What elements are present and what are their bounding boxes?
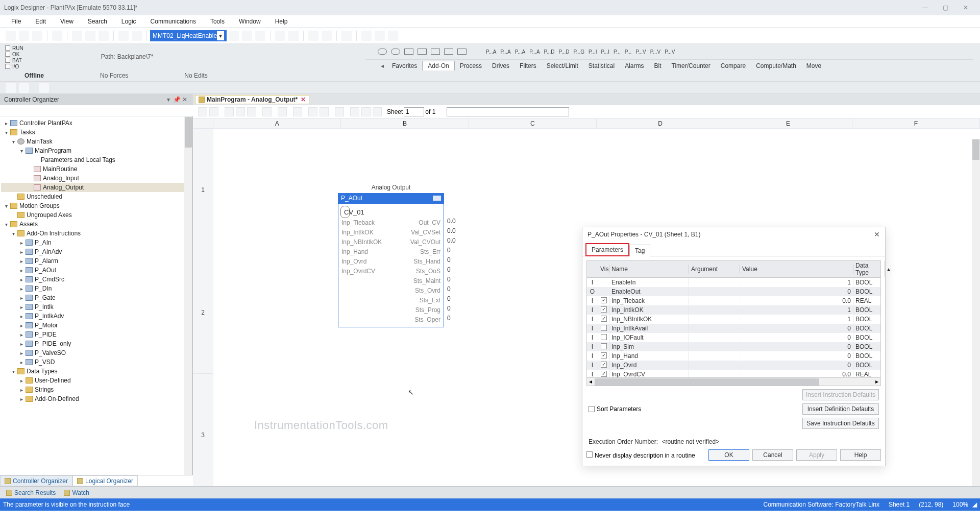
grid-scroll-h[interactable]: ◂▸ xyxy=(586,378,881,386)
tool9-icon[interactable] xyxy=(375,31,385,41)
save-icon[interactable] xyxy=(32,31,42,41)
zoom-out-icon[interactable] xyxy=(209,107,218,116)
tree-scrollbar[interactable] xyxy=(184,116,192,475)
dlg-btn[interactable]: Save Instruction Defaults xyxy=(802,418,879,429)
editor-scrollbar[interactable] xyxy=(972,139,980,486)
tree-twisty[interactable]: ▸ xyxy=(3,121,9,126)
tree-twisty[interactable]: ▸ xyxy=(18,323,24,328)
palette-tab-selectlimit[interactable]: Select/Limit xyxy=(542,61,583,70)
forces-status[interactable]: No Forces xyxy=(80,72,128,79)
tree-twisty[interactable]: ▸ xyxy=(18,286,24,292)
tree-item[interactable]: ▾Data Types xyxy=(1,367,191,376)
tree-twisty[interactable]: ▾ xyxy=(3,203,9,209)
vis-checkbox[interactable] xyxy=(601,297,607,303)
palette-tab-move[interactable]: Move xyxy=(801,61,826,70)
tree-item[interactable]: ▸User-Defined xyxy=(1,376,191,385)
vis-checkbox[interactable] xyxy=(601,352,607,358)
row-2-header[interactable]: 2 xyxy=(193,251,213,374)
param-arg[interactable] xyxy=(689,309,740,310)
never-display-checkbox[interactable]: Never display description in a routine xyxy=(586,451,695,459)
et11-icon[interactable] xyxy=(361,107,371,116)
param-row[interactable]: IInp_Ovrd0BOOL xyxy=(587,361,880,370)
palette-tab-computemath[interactable]: Compute/Math xyxy=(751,61,801,70)
tree-twisty[interactable]: ▸ xyxy=(18,378,24,384)
copy-icon[interactable] xyxy=(85,31,95,41)
zoom-in-icon[interactable] xyxy=(198,107,207,116)
tree-item[interactable]: ▸P_Alarm xyxy=(1,256,191,266)
param-row[interactable]: IInp_IntlkAvail0BOOL xyxy=(587,324,880,333)
inst-item[interactable]: P...A xyxy=(486,49,496,55)
menu-help[interactable]: Help xyxy=(268,17,295,26)
inst-item[interactable]: P...V xyxy=(665,49,675,55)
close-button[interactable]: ✕ xyxy=(955,4,976,11)
param-val[interactable]: 0 xyxy=(740,361,853,369)
vis-checkbox[interactable] xyxy=(601,343,607,349)
et9-icon[interactable] xyxy=(335,107,344,116)
tree-item[interactable]: ▾MainTask xyxy=(1,137,191,146)
inst-shape-icon[interactable] xyxy=(404,49,413,55)
palette-tab-timercounter[interactable]: Timer/Counter xyxy=(667,61,716,70)
palette-tab-addon[interactable]: Add-On xyxy=(422,61,454,70)
tree-item[interactable]: ▾Tasks xyxy=(1,128,191,137)
param-arg[interactable] xyxy=(689,337,740,338)
tree-twisty[interactable]: ▸ xyxy=(18,332,24,338)
inst-item[interactable]: P...I xyxy=(601,49,609,55)
function-block[interactable]: Analog Output P_AOut CV_01 Inp_TiebackOu… xyxy=(338,184,444,327)
tool6-icon[interactable] xyxy=(322,31,332,41)
col-header[interactable]: A xyxy=(213,118,341,129)
tree-item[interactable]: Parameters and Local Tags xyxy=(1,155,191,164)
inst-shape-icon[interactable] xyxy=(431,49,440,55)
param-val[interactable]: 0 xyxy=(740,288,853,296)
bottom-tab[interactable]: Watch xyxy=(60,488,93,497)
tool5-icon[interactable] xyxy=(308,31,318,41)
status-resize-icon[interactable]: ◢ xyxy=(972,501,977,508)
param-arg[interactable] xyxy=(689,346,740,347)
edits-status[interactable]: No Edits xyxy=(164,72,207,79)
minimize-button[interactable]: — xyxy=(915,4,935,11)
param-val[interactable]: 1 xyxy=(740,278,853,286)
param-val[interactable]: 1 xyxy=(740,315,853,323)
sort-checkbox[interactable]: Sort Parameters xyxy=(589,389,641,429)
sb-icon3[interactable] xyxy=(39,83,49,93)
organizer-close[interactable]: ✕ xyxy=(181,96,189,103)
inst-shape-icon[interactable] xyxy=(444,49,453,55)
tree-item[interactable]: ▸P_IntlkAdv xyxy=(1,312,191,321)
palette-scroll-left[interactable]: ◂ xyxy=(381,62,384,69)
param-arg[interactable] xyxy=(689,365,740,366)
controller-mode[interactable]: Offline xyxy=(4,72,44,79)
et2-icon[interactable] xyxy=(236,107,245,116)
et8-icon[interactable] xyxy=(320,107,329,116)
et4-icon[interactable] xyxy=(262,107,272,116)
tool10-icon[interactable] xyxy=(388,31,398,41)
col-arg[interactable]: Argument xyxy=(689,265,740,274)
param-val[interactable]: 0.0 xyxy=(740,370,853,378)
tree-twisty[interactable]: ▸ xyxy=(18,268,24,273)
param-row[interactable]: IInp_IntlkOK1BOOL xyxy=(587,305,880,315)
inst-item[interactable]: P...V xyxy=(650,49,660,55)
go-icon[interactable] xyxy=(229,31,239,41)
organizer-dropdown[interactable]: ▾ xyxy=(164,96,173,103)
inst-item[interactable]: P... xyxy=(614,49,621,55)
col-header[interactable]: B xyxy=(341,118,469,129)
tool-icon[interactable] xyxy=(242,31,252,41)
tree-item[interactable]: ▸P_Gate xyxy=(1,293,191,302)
tree-twisty[interactable]: ▾ xyxy=(3,222,9,227)
col-header[interactable]: D xyxy=(597,118,724,129)
tree-twisty[interactable]: ▾ xyxy=(10,139,16,145)
bottom-tab[interactable]: Search Results xyxy=(2,488,60,497)
inst-item[interactable]: P...A xyxy=(529,49,540,55)
tree-item[interactable]: ▸P_VSD xyxy=(1,357,191,367)
tree-item[interactable]: Unscheduled xyxy=(1,192,191,201)
help-button[interactable]: Help xyxy=(840,449,881,461)
tree-item[interactable]: ▸P_PIDE xyxy=(1,330,191,339)
inst-item[interactable]: P... xyxy=(625,49,632,55)
inst-item[interactable]: P...V xyxy=(635,49,646,55)
param-val[interactable]: 0 xyxy=(740,324,853,332)
col-header[interactable]: E xyxy=(724,118,852,129)
tool2-icon[interactable] xyxy=(255,31,265,41)
col-dt[interactable]: Data Type xyxy=(853,261,885,277)
tree-twisty[interactable]: ▸ xyxy=(18,350,24,356)
palette-tab-statistical[interactable]: Statistical xyxy=(583,61,620,70)
param-row[interactable]: IInp_OvrdCV0.0REAL xyxy=(587,370,880,378)
param-arg[interactable] xyxy=(689,355,740,356)
